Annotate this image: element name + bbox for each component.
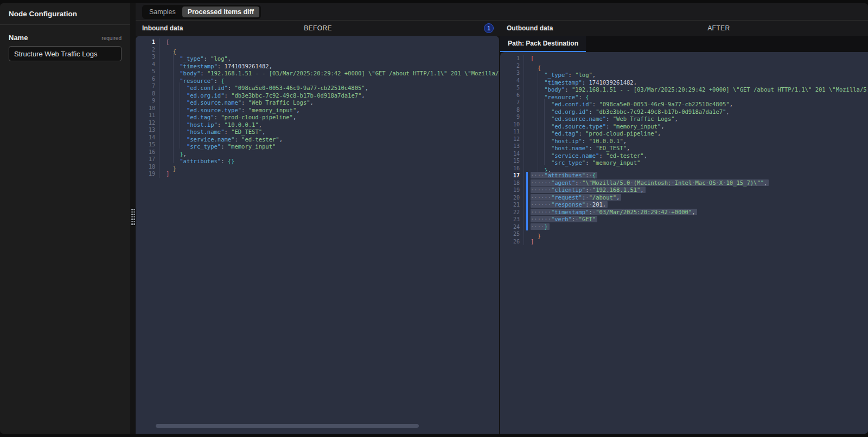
outbound-data-title: Outbound data — [507, 24, 553, 32]
code-line: 19] — [141, 170, 499, 178]
code-line: 13"host.name": "ED_TEST", — [506, 143, 868, 150]
line-number: 6 — [141, 75, 155, 83]
line-number: 16 — [141, 149, 155, 156]
code-line: 18······"agent":·"\"Mozilla/5.0·(Macinto… — [506, 179, 868, 187]
gutter-marker — [162, 90, 163, 98]
after-json-editor[interactable]: 1[2{3"_type": "log",4"timestamp": 174103… — [500, 52, 868, 434]
inbound-data-title: Inbound data — [142, 24, 183, 32]
code-line: 15"src_type": "memory_input" — [141, 141, 499, 149]
tab-samples[interactable]: Samples — [144, 7, 181, 17]
code-line: 4"timestamp": 1741039261482, — [141, 61, 499, 68]
gutter-marker — [526, 84, 528, 92]
gutter-marker — [526, 62, 528, 70]
diff-added-highlight: ······"response":·201, — [531, 201, 608, 208]
diff-added-highlight: ····"attributes":·{ — [531, 172, 597, 178]
line-number: 19 — [506, 187, 520, 194]
diff-added-marker — [526, 187, 528, 194]
code-line: 5"body": "192.168.1.51 - - [03/Mar/2025:… — [506, 84, 868, 92]
line-number: 3 — [506, 69, 520, 77]
gutter-marker — [162, 82, 163, 90]
diff-added-marker — [526, 179, 528, 187]
line-number: 15 — [141, 141, 155, 149]
before-label: BEFORE — [136, 24, 500, 32]
gutter-marker — [162, 75, 163, 83]
code-line: 14"service.name": "ed-tester", — [141, 134, 499, 142]
code-line: 1[ — [141, 38, 499, 46]
line-number: 3 — [141, 53, 155, 61]
sidebar-title: Node Configuration — [9, 10, 77, 18]
gutter-marker — [526, 55, 528, 62]
code-line: 20······"request":·"/about", — [506, 194, 868, 202]
code-line: 10"ed.source.type": "memory_input", — [506, 121, 868, 128]
code-line: 21······"response":·201, — [506, 201, 868, 209]
gutter-marker — [162, 141, 163, 149]
name-field-label: Name — [9, 34, 28, 42]
code-line: 2{ — [141, 46, 499, 54]
gutter-marker — [162, 112, 163, 119]
code-line: 19······"clientip":·"192.168.1.51", — [506, 187, 868, 194]
code-line: 12"host.ip": "10.0.0.1", — [141, 119, 499, 127]
code-line: 4"timestamp": 1741039261482, — [506, 77, 868, 85]
gutter-marker — [162, 134, 163, 142]
gutter-marker — [526, 77, 528, 85]
gutter-marker — [526, 143, 528, 150]
name-input[interactable] — [9, 46, 122, 61]
line-number: 12 — [506, 136, 520, 143]
sidebar-resizer — [130, 3, 136, 434]
required-label: required — [101, 35, 122, 41]
line-number: 13 — [506, 143, 520, 150]
line-number: 23 — [506, 216, 520, 223]
line-number: 5 — [141, 68, 155, 75]
tab-processed-items-diff[interactable]: Processed items diff — [182, 7, 259, 17]
code-line: 3"_type": "log", — [506, 69, 868, 77]
code-line: 14"service.name": "ed-tester", — [506, 150, 868, 158]
code-line: 22······"timestamp":·"03/Mar/2025:20:29:… — [506, 209, 868, 216]
inbound-count-badge[interactable]: 1 — [484, 23, 494, 33]
gutter-marker — [162, 68, 163, 75]
code-line: 1[ — [506, 55, 868, 62]
code-line: 3"_type": "log", — [141, 53, 499, 61]
code-line: 13"host.name": "ED_TEST", — [141, 126, 499, 134]
code-line: 10"ed.source.type": "memory_input", — [141, 105, 499, 112]
gutter-marker — [162, 156, 163, 163]
line-number: 25 — [506, 230, 520, 238]
code-line: 5"body": "192.168.1.51 - - [03/Mar/2025:… — [141, 68, 499, 75]
code-line: 26] — [506, 238, 868, 246]
node-configuration-sidebar: Node Configuration Name required — [0, 3, 130, 434]
gutter-marker — [162, 105, 163, 112]
line-number: 22 — [506, 209, 520, 216]
line-number: 2 — [141, 46, 155, 54]
code-line: 12"host.ip": "10.0.0.1", — [506, 136, 868, 143]
code-line: 9"ed.source.name": "Web Traffic Logs", — [506, 113, 868, 121]
before-json-editor[interactable]: 1[2{3"_type": "log",4"timestamp": 174103… — [136, 36, 499, 434]
diff-added-highlight: ······"clientip":·"192.168.1.51", — [531, 187, 646, 193]
horizontal-scrollbar-thumb[interactable] — [156, 424, 419, 428]
diff-added-marker — [526, 172, 528, 179]
line-number: 2 — [506, 62, 520, 70]
code-line: 17"attributes": {} — [141, 156, 499, 163]
line-number: 9 — [141, 97, 155, 105]
code-line: 7"ed.conf.id": "098ca5e0-0053-46c9-9a77-… — [506, 99, 868, 106]
line-number: 18 — [141, 163, 155, 171]
gutter-marker — [526, 165, 528, 172]
line-number: 20 — [506, 194, 520, 202]
diff-added-highlight: ······"timestamp":·"03/Mar/2025:20:29:42… — [531, 209, 697, 215]
diff-added-highlight: ······"agent":·"\"Mozilla/5.0·(Macintosh… — [531, 179, 769, 186]
gutter-marker — [526, 136, 528, 143]
line-number: 17 — [141, 156, 155, 163]
diff-added-highlight: ······"verb":·"GET" — [531, 216, 597, 222]
tab-path-pack-destination[interactable]: Path: Pack Destination — [500, 36, 586, 52]
diff-added-marker — [526, 201, 528, 209]
code-line: 7"ed.conf.id": "098ca5e0-0053-46c9-9a77-… — [141, 82, 499, 90]
line-number: 13 — [141, 126, 155, 134]
outbound-panel-header: AFTER Outbound data 1 — [500, 21, 868, 36]
view-tabbar: Samples Processed items diff — [136, 3, 868, 21]
inbound-panel-header: BEFORE Inbound data 1 — [136, 21, 500, 36]
line-number: 18 — [506, 179, 520, 187]
panel-resize-handle[interactable] — [131, 208, 136, 226]
line-number: 14 — [506, 150, 520, 158]
line-number: 6 — [506, 92, 520, 99]
gutter-marker — [162, 119, 163, 127]
line-number: 16 — [506, 165, 520, 172]
inbound-panel: BEFORE Inbound data 1 1[2{3"_type": "log… — [136, 21, 500, 434]
